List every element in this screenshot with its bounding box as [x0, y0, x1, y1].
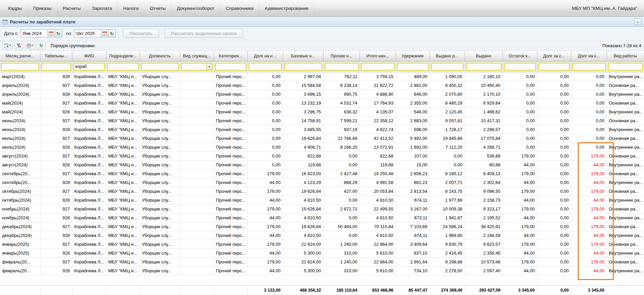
table-row[interactable]: май(2024)928Кораблева Л...МБУ "КМЦ и...У… — [0, 107, 644, 116]
filter-input[interactable] — [538, 63, 570, 71]
table-row[interactable]: май(2024)927Кораблева Л...МБУ "КМЦ и...У… — [0, 98, 644, 107]
table-row[interactable]: октябрь(2024)928Кораблева Л...МБУ "КМЦ и… — [0, 196, 644, 204]
column-header[interactable]: Категория... — [214, 51, 247, 61]
filter-input[interactable] — [431, 63, 464, 71]
filter-input[interactable] — [466, 63, 502, 71]
table-row[interactable]: июнь(2024)928Кораблева Л...МБУ "КМЦ и...… — [0, 125, 644, 134]
table-row[interactable]: декабрь(2024)928Кораблева Л...МБУ "КМЦ и… — [0, 231, 644, 240]
filter-input[interactable] — [608, 63, 643, 71]
date-to-picker-button[interactable]: ↻ — [108, 30, 116, 37]
table-row[interactable]: март(2024)928Кораблева Л...МБУ "КМЦ и...… — [0, 72, 644, 81]
cell: 2 355,00 — [396, 98, 430, 107]
filter-input[interactable] — [572, 63, 606, 71]
column-header[interactable]: Итого нач... — [360, 51, 396, 61]
table-row[interactable]: июнь(2024)927Кораблева Л...МБУ "КМЦ и...… — [0, 116, 644, 125]
filter-input[interactable] — [1, 63, 39, 71]
filter-combo-input[interactable] — [181, 63, 206, 71]
filter-input[interactable] — [361, 63, 395, 71]
cell: 0,00 — [537, 248, 571, 257]
filter-input[interactable] — [215, 63, 246, 71]
cell: Уборщик слу... — [140, 222, 180, 231]
column-header[interactable]: Месяц расче... — [0, 51, 40, 61]
filter-input[interactable] — [325, 63, 359, 71]
table-row[interactable]: февраль(20...928Кораблева Л...МБУ "КМЦ и… — [0, 266, 644, 275]
cell: 4 886,90 — [360, 90, 396, 98]
table-row[interactable]: июль(2024)927Кораблева Л...МБУ "КМЦ и...… — [0, 134, 644, 143]
table-row[interactable]: ноябрь(2024)928Кораблева Л...МБУ "КМЦ и.… — [0, 213, 644, 222]
menu-item[interactable]: Администрирование — [259, 0, 314, 17]
date-from-input[interactable] — [21, 30, 48, 37]
cell: 179,00 — [571, 169, 607, 178]
date-to-calendar-button[interactable] — [101, 30, 108, 37]
cell: Основная ра... — [607, 81, 644, 90]
calculate-button[interactable]: Рассчитать — [123, 29, 159, 38]
clear-filter-button[interactable] — [14, 41, 23, 50]
cell: 44,00 — [247, 196, 283, 204]
table-row[interactable]: сентябрь(20...928Кораблева Л...МБУ "КМЦ … — [0, 178, 644, 187]
menu-item[interactable]: Кадры — [3, 0, 28, 17]
table-row[interactable]: апрель(2024)927Кораблева Л...МБУ "КМЦ и.… — [0, 81, 644, 90]
column-header[interactable]: Подразделе... — [106, 51, 140, 61]
cell: 179,00 — [247, 204, 283, 213]
filter-input[interactable] — [107, 63, 139, 71]
column-header[interactable]: Удержания — [396, 51, 430, 61]
column-header[interactable]: Выдано р... — [430, 51, 465, 61]
filter-cell — [360, 61, 396, 72]
filter-input[interactable] — [249, 63, 282, 71]
column-header[interactable]: Остаток к... — [503, 51, 537, 61]
filter-input[interactable] — [397, 63, 429, 71]
column-header[interactable]: Долг на н... — [247, 51, 283, 61]
menu-item[interactable]: Документооборот — [171, 0, 220, 17]
cell: 310,00 — [323, 248, 360, 257]
menu-item[interactable]: Приказы — [28, 0, 57, 17]
table-row[interactable]: ноябрь(2024)927Кораблева Л...МБУ "КМЦ и.… — [0, 204, 644, 213]
filter-input[interactable] — [504, 63, 536, 71]
cell: 0,00 — [571, 107, 607, 116]
column-header[interactable]: Должность — [140, 51, 180, 61]
filter-input[interactable] — [284, 63, 322, 71]
menu-item[interactable]: Расчеты — [57, 0, 87, 17]
table-row[interactable]: июль(2024)928Кораблева Л...МБУ "КМЦ и...… — [0, 143, 644, 151]
menu-item[interactable]: Справочники — [220, 0, 259, 17]
table-row[interactable]: февраль(20...927Кораблева Л...МБУ "КМЦ и… — [0, 257, 644, 266]
collapse-panel-button[interactable]: ▴ — [634, 19, 641, 25]
menu-item[interactable]: Зарплата — [86, 0, 118, 17]
cell: 927 — [40, 222, 72, 231]
table-row[interactable]: январь(2025)927Кораблева Л...МБУ "КМЦ и.… — [0, 240, 644, 248]
filter-input[interactable] — [73, 63, 105, 71]
calculate-selected-button[interactable]: Рассчитать выделенные записи — [164, 29, 243, 38]
cell: 5 300,00 — [283, 266, 323, 275]
table-row[interactable]: август(2024)927Кораблева Л...МБУ "КМЦ и.… — [0, 151, 644, 160]
table-row[interactable]: апрель(2024)928Кораблева Л...МБУ "КМЦ и.… — [0, 90, 644, 98]
table-row[interactable]: декабрь(2024)927Кораблева Л...МБУ "КМЦ и… — [0, 222, 644, 231]
column-header[interactable]: Вид служащ... — [180, 51, 214, 61]
refresh-button[interactable]: ↻ — [37, 41, 46, 50]
column-header[interactable]: Долг за с... — [537, 51, 571, 61]
filter-input[interactable] — [41, 63, 71, 71]
date-from-picker-button[interactable]: ↻ — [55, 30, 62, 37]
print-button[interactable]: ▾ — [25, 41, 35, 50]
cell: 44,00 — [247, 213, 283, 222]
menu-item[interactable]: Отчеты — [144, 0, 172, 17]
cell: октябрь(2024) — [0, 196, 40, 204]
cell: 179,00 — [503, 169, 537, 178]
combo-dropdown-button[interactable]: ▼ — [206, 63, 213, 71]
column-header[interactable]: Прочие н... — [323, 51, 360, 61]
cell: Кораблева Л... — [72, 134, 106, 143]
column-header[interactable]: Выдано — [465, 51, 503, 61]
column-header[interactable]: Вид работы — [607, 51, 644, 61]
add-record-button[interactable]: ▾ — [3, 41, 13, 50]
menu-item[interactable]: Налоги — [118, 0, 144, 17]
date-to-input[interactable] — [74, 30, 101, 37]
table-row[interactable]: октябрь(2024)927Кораблева Л...МБУ "КМЦ и… — [0, 187, 644, 196]
table-row[interactable]: январь(2025)928Кораблева Л...МБУ "КМЦ и.… — [0, 248, 644, 257]
column-header[interactable]: Базовые н... — [283, 51, 323, 61]
column-header[interactable]: Табельны... — [40, 51, 72, 61]
table-row[interactable]: август(2024)928Кораблева Л...МБУ "КМЦ и.… — [0, 160, 644, 169]
table-row[interactable]: сентябрь(20...927Кораблева Л...МБУ "КМЦ … — [0, 169, 644, 178]
date-toolbar: Дата с: ↻ по: — [0, 27, 644, 40]
date-from-calendar-button[interactable] — [48, 30, 55, 37]
column-header[interactable]: Долг на к... — [571, 51, 607, 61]
column-header[interactable]: ФИО — [72, 51, 106, 61]
filter-input[interactable] — [141, 63, 179, 71]
